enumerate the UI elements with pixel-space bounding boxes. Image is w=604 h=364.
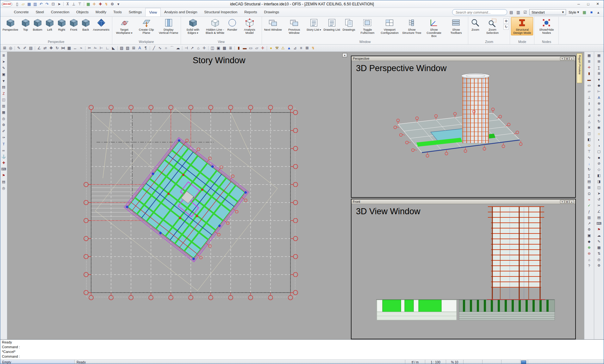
close-button[interactable]: ✕ [593,1,602,7]
report-preview-tab[interactable]: Report Preview [577,53,582,83]
cloud-icon[interactable]: ☁ [175,45,181,51]
collapse-ribbon-icon[interactable]: ▴ [595,9,601,15]
perspective-viewport-titlebar[interactable]: Perspective ▾ ▥ ▴ [352,56,575,61]
triangle-tool-icon[interactable]: ⊿ [292,45,298,51]
viewport-menu-icon[interactable]: ▾ [560,200,564,203]
column-icon[interactable]: ▮ [236,45,242,51]
perspective-viewport[interactable]: Perspective ▾ ▥ ▴ [351,56,576,198]
chain-icon[interactable]: ∞ [1,147,7,153]
tab-modify[interactable]: Modify [92,8,110,16]
settings-icon[interactable]: ⚙ [109,1,115,7]
left-view-button[interactable]: Left [44,17,56,32]
tab-structural-inspection[interactable]: Structural Inspection [201,8,241,16]
wall-icon[interactable]: ▭ [248,45,254,51]
right-view-button[interactable]: Right [56,17,68,32]
foundation-tool-icon[interactable]: ⊥ [586,94,592,100]
osnap-mid-icon[interactable]: ✚ [97,1,103,7]
front-elevation-canvas[interactable] [352,204,575,339]
osnap-grid-icon[interactable]: ▦ [85,1,91,7]
zoom-selection-button[interactable]: Zoom Selection [481,17,503,35]
brush-icon[interactable]: ✑ [1,135,7,141]
hidden-line-button[interactable]: Hidden Line - Black & White [204,17,226,35]
brace-tool-icon[interactable]: ✕ [586,124,592,130]
save-icon[interactable]: ▦ [26,1,32,7]
back-view-icon[interactable]: ◫ [596,185,602,191]
story-plan-canvas[interactable] [7,52,350,339]
bottom-view-button[interactable]: Bottom [32,17,44,32]
structural-design-mode-button[interactable]: Structural Design Mode [511,17,533,35]
angle-icon[interactable]: ∠ [36,45,42,51]
new-file-icon[interactable]: ▯ [14,1,20,7]
osnap-node-icon[interactable]: ✛ [91,1,97,7]
zoom-out-icon[interactable]: ⊖ [596,106,602,112]
target-icon[interactable]: ◎ [1,185,7,191]
stretch-icon[interactable]: ↔ [72,45,78,51]
load-tool-icon[interactable]: ↓ [586,161,592,167]
show-structure-tree-button[interactable]: Show Structure Tree [401,17,423,35]
zoom-in-icon[interactable]: ⊕ [596,100,602,106]
axis-tool-icon[interactable]: ✛ [586,64,592,70]
mesh-tool-icon[interactable]: ▤ [586,179,592,185]
properties-icon[interactable]: ▣ [586,233,592,239]
walk-icon[interactable]: ➤ [596,191,602,197]
command-list-icon[interactable]: ≣ [1,52,7,58]
shell-tool-icon[interactable]: ◧ [586,136,592,143]
viewport-collapse-icon[interactable]: ▴ [570,200,574,203]
viewport-menu-icon[interactable]: ▾ [560,57,564,60]
export-icon[interactable]: ↗ [586,221,592,227]
status-scale[interactable]: 1 : 100 [425,360,446,364]
rotate-view-icon[interactable]: ↻ [596,118,602,124]
shortcut-icon[interactable]: ⌨ [596,221,602,227]
viewport-list-icon[interactable]: ▥ [565,200,569,203]
create-clip-plane-button[interactable]: Create Clip Plane [135,17,158,35]
pin-icon[interactable]: ✚ [1,160,7,166]
section-icon[interactable]: ⊠ [304,45,310,51]
move-top-icon[interactable]: ⊼ [65,1,71,7]
find-icon[interactable]: ◎ [596,257,602,263]
back-view-button[interactable]: Back [80,17,92,32]
display-vertical-frame-button[interactable]: Display Vertical Frame [158,17,180,35]
tower-floor-slab[interactable] [95,109,277,291]
beam-icon[interactable]: ▬ [242,45,248,51]
front-viewport-titlebar[interactable]: Front ▾ ▥ ▴ [352,199,575,204]
extend-icon[interactable]: ⊢ [98,45,104,51]
filter-view-icon[interactable]: ▼ [596,76,602,82]
rotate-icon[interactable]: ↻ [54,45,60,51]
shade-view-icon[interactable]: ◑ [596,143,602,149]
table-icon[interactable]: ⊞ [131,45,137,51]
iso-view-icon[interactable]: ◇ [596,167,602,173]
coordinate-icon[interactable]: ✛ [201,45,207,51]
grid-settings-icon[interactable]: ▦ [586,52,592,58]
tab-concrete[interactable]: Concrete [10,8,32,16]
spring-tool-icon[interactable]: ∿ [586,155,592,161]
show-toolbars-button[interactable]: Show Toolbars [445,17,467,35]
story-window-viewport[interactable]: Story Window ▴ [7,52,350,339]
front-viewport[interactable]: Front ▾ ▥ ▴ [351,199,576,339]
tab-steel[interactable]: Steel [32,8,47,16]
trim-icon[interactable]: ✁ [92,45,98,51]
wireframe-icon[interactable]: ▢ [596,149,602,155]
stair-tool-icon[interactable]: ≡ [586,106,592,112]
offset-icon[interactable]: ≈ [78,45,84,51]
array-icon[interactable]: ▦ [66,45,72,51]
perspective-3d-canvas[interactable] [352,61,575,197]
snap-toggle-icon[interactable]: ↯ [103,1,109,7]
dimension-tool-icon[interactable]: ⊢ [596,88,602,94]
options-icon[interactable]: ⚙ [586,227,592,233]
snap-icon[interactable]: ◆ [586,239,592,245]
combination-icon[interactable]: ∑ [586,173,592,179]
layer-list-icon[interactable]: ≣ [596,70,602,76]
viewport-configuration-button[interactable]: Viewport Configuration [378,17,401,35]
check-option-icon[interactable]: ☑ [522,9,528,15]
maximize-button[interactable]: □ [583,1,593,7]
show-coordinate-box-button[interactable]: Show Coordinate Box [423,17,445,39]
print-layout-icon[interactable]: ▤ [596,215,602,221]
save-all-icon[interactable]: ▥ [32,1,38,7]
target-workplane-button[interactable]: Target Workplane [113,17,135,36]
circle-icon[interactable]: ○ [163,45,169,51]
dimension-icon[interactable]: ⊣ [183,45,189,51]
keyboard-icon[interactable]: ⌨ [1,166,7,172]
cloud-markup-icon[interactable]: ☁ [596,233,602,239]
chamfer-icon[interactable]: ◣ [110,45,116,51]
minimize-button[interactable]: ─ [574,1,583,7]
